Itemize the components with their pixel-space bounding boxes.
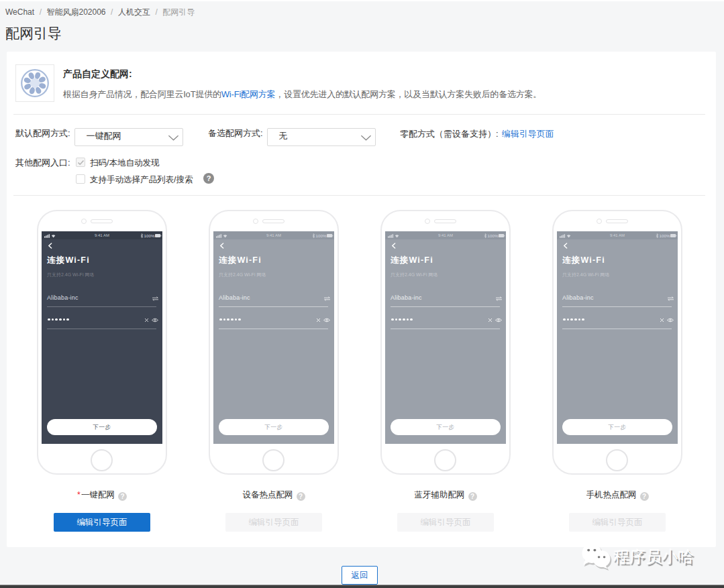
svg-text:100%: 100% — [144, 233, 155, 238]
svg-text:100%: 100% — [316, 233, 327, 238]
svg-text:100%: 100% — [660, 233, 670, 238]
svg-text:100%: 100% — [488, 233, 499, 238]
